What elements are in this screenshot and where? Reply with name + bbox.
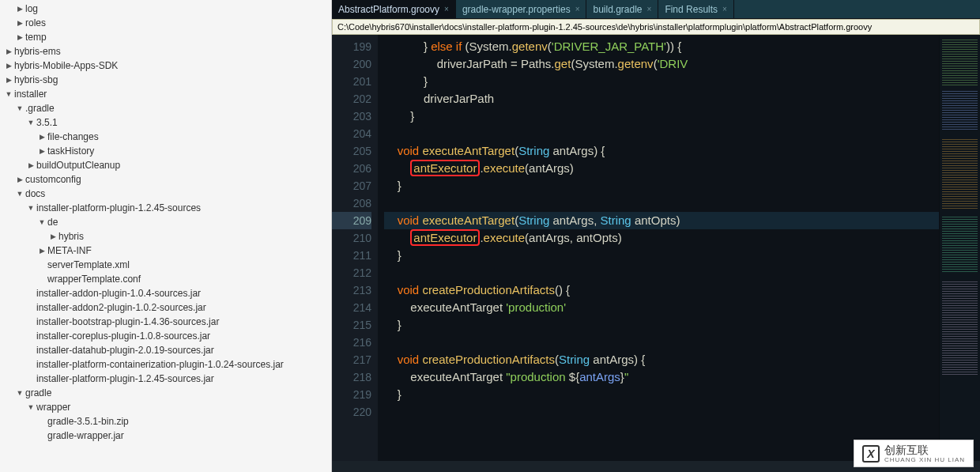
line-number: 208 [332, 194, 371, 212]
line-number: 209 [332, 212, 371, 229]
tree-item[interactable]: ▼.gradle [2, 101, 331, 115]
tree-item-label: installer-addon-plugin-1.0.4-sources.jar [36, 288, 201, 299]
tree-item-label: hybris-Mobile-Apps-SDK [14, 60, 118, 71]
tree-item-label: wrapper [36, 402, 70, 413]
tree-item[interactable]: ▶log [2, 2, 331, 16]
tree-item-label: temp [25, 32, 47, 43]
tree-item-label: wrapperTemplate.conf [47, 274, 141, 285]
close-icon[interactable]: × [444, 5, 449, 13]
tree-item[interactable]: installer-platform-containerization-plug… [2, 357, 331, 372]
tree-item-label: hybris [58, 231, 84, 242]
tree-item[interactable]: serverTemplate.xml [2, 258, 331, 272]
tree-item[interactable]: ▶hybris-Mobile-Apps-SDK [2, 59, 331, 73]
line-number: 203 [332, 108, 371, 125]
disclosure-triangle-icon[interactable]: ▶ [16, 3, 24, 14]
tree-item-label: serverTemplate.xml [47, 259, 130, 270]
disclosure-triangle-icon[interactable]: ▶ [16, 174, 24, 185]
disclosure-triangle-icon[interactable]: ▼ [27, 117, 35, 128]
line-number: 212 [332, 264, 371, 281]
tree-item[interactable]: installer-platform-plugin-1.2.45-sources… [2, 372, 331, 386]
tree-item[interactable]: installer-bootstrap-plugin-1.4.36-source… [2, 315, 331, 329]
disclosure-triangle-icon[interactable]: ▶ [5, 60, 13, 71]
tree-item-label: log [25, 3, 38, 14]
tree-item[interactable]: installer-addon-plugin-1.0.4-sources.jar [2, 286, 331, 300]
tree-item[interactable]: ▼installer-platform-plugin-1.2.45-source… [2, 201, 331, 215]
disclosure-triangle-icon[interactable]: ▶ [38, 145, 46, 157]
tree-item[interactable]: ▶hybris-sbg [2, 73, 331, 87]
tree-item[interactable]: ▶temp [2, 30, 331, 44]
tree-item[interactable]: ▶META-INF [2, 244, 331, 258]
line-number: 216 [332, 334, 371, 351]
disclosure-triangle-icon[interactable]: ▼ [27, 202, 35, 213]
tree-item-label: 3.5.1 [36, 117, 58, 128]
editor-tab[interactable]: gradle-wrapper.properties× [456, 0, 587, 18]
tree-item-label: installer-platform-plugin-1.2.45-sources… [36, 373, 214, 384]
tree-item[interactable]: ▶taskHistory [2, 144, 331, 158]
tab-label: AbstractPlatform.groovy [338, 4, 439, 15]
tree-item[interactable]: ▶buildOutputCleanup [2, 158, 331, 172]
disclosure-triangle-icon[interactable]: ▼ [27, 402, 35, 413]
line-number: 210 [332, 229, 371, 247]
disclosure-triangle-icon[interactable]: ▼ [16, 387, 24, 398]
tree-item[interactable]: gradle-3.5.1-bin.zip [2, 414, 331, 429]
disclosure-triangle-icon[interactable]: ▶ [16, 32, 24, 43]
close-icon[interactable]: × [575, 5, 580, 13]
tree-item[interactable]: installer-datahub-plugin-2.0.19-sources.… [2, 343, 331, 357]
editor-tab[interactable]: AbstractPlatform.groovy× [332, 0, 456, 18]
disclosure-triangle-icon[interactable]: ▶ [49, 231, 57, 242]
tree-item[interactable]: ▼gradle [2, 386, 331, 400]
tree-item-label: file-changes [47, 131, 99, 142]
line-number: 215 [332, 316, 371, 334]
tree-item-label: META-INF [47, 245, 92, 256]
tree-item-label: de [47, 217, 58, 228]
tree-item[interactable]: wrapperTemplate.conf [2, 272, 331, 286]
disclosure-triangle-icon[interactable]: ▼ [16, 103, 24, 114]
tree-item[interactable]: installer-addon2-plugin-1.0.2-sources.ja… [2, 300, 331, 315]
tree-item-label: .gradle [25, 103, 55, 114]
disclosure-triangle-icon[interactable]: ▼ [5, 89, 13, 100]
line-number: 206 [332, 160, 371, 177]
tree-item[interactable]: ▶customconfig [2, 172, 331, 187]
tree-item[interactable]: ▶file-changes [2, 130, 331, 144]
tree-item-label: gradle-3.5.1-bin.zip [47, 416, 129, 427]
tree-item-label: installer [14, 89, 47, 100]
code-editor[interactable]: 1992002012022032042052062072082092102112… [332, 35, 980, 461]
line-number: 199 [332, 38, 371, 55]
close-icon[interactable]: × [722, 5, 727, 13]
disclosure-triangle-icon[interactable]: ▼ [38, 217, 46, 228]
tab-label: gradle-wrapper.properties [462, 4, 571, 15]
disclosure-triangle-icon[interactable]: ▶ [38, 131, 46, 142]
tree-item[interactable]: ▼de [2, 215, 331, 229]
code-content[interactable]: } else if (System.getenv('DRIVER_JAR_PAT… [378, 35, 939, 461]
tree-item[interactable]: ▼3.5.1 [2, 115, 331, 130]
line-number: 217 [332, 351, 371, 368]
tree-item[interactable]: ▶roles [2, 16, 331, 30]
minimap[interactable] [939, 35, 980, 461]
editor-tabs: AbstractPlatform.groovy×gradle-wrapper.p… [332, 0, 980, 19]
tree-item[interactable]: installer-coreplus-plugin-1.0.8-sources.… [2, 329, 331, 343]
line-number: 205 [332, 142, 371, 160]
tree-item[interactable]: ▼wrapper [2, 400, 331, 414]
line-number: 214 [332, 299, 371, 316]
disclosure-triangle-icon[interactable]: ▼ [16, 188, 24, 199]
project-tree-sidebar[interactable]: ▶log▶roles▶temp▶hybris-ems▶hybris-Mobile… [0, 0, 332, 472]
disclosure-triangle-icon[interactable]: ▶ [16, 17, 24, 28]
disclosure-triangle-icon[interactable]: ▶ [27, 160, 35, 171]
tree-item-label: installer-platform-plugin-1.2.45-sources [36, 202, 201, 213]
tree-item[interactable]: ▼docs [2, 187, 331, 201]
tree-item[interactable]: ▶hybris-ems [2, 44, 331, 59]
disclosure-triangle-icon[interactable]: ▶ [5, 74, 13, 85]
disclosure-triangle-icon[interactable]: ▶ [38, 245, 46, 256]
close-icon[interactable]: × [647, 5, 652, 13]
editor-tab[interactable]: Find Results× [658, 0, 734, 18]
editor-tab[interactable]: build.gradle× [586, 0, 658, 18]
tab-label: build.gradle [593, 4, 642, 15]
disclosure-triangle-icon[interactable]: ▶ [5, 46, 13, 57]
tree-item-label: hybris-sbg [14, 74, 58, 85]
tree-item[interactable]: gradle-wrapper.jar [2, 429, 331, 443]
file-path-bar: C:\Code\hybris670\installer\docs\install… [332, 19, 980, 35]
line-number-gutter: 1992002012022032042052062072082092102112… [332, 35, 378, 461]
tree-item[interactable]: ▼installer [2, 87, 331, 101]
tree-item[interactable]: ▶hybris [2, 229, 331, 244]
tree-item-label: hybris-ems [14, 46, 61, 57]
